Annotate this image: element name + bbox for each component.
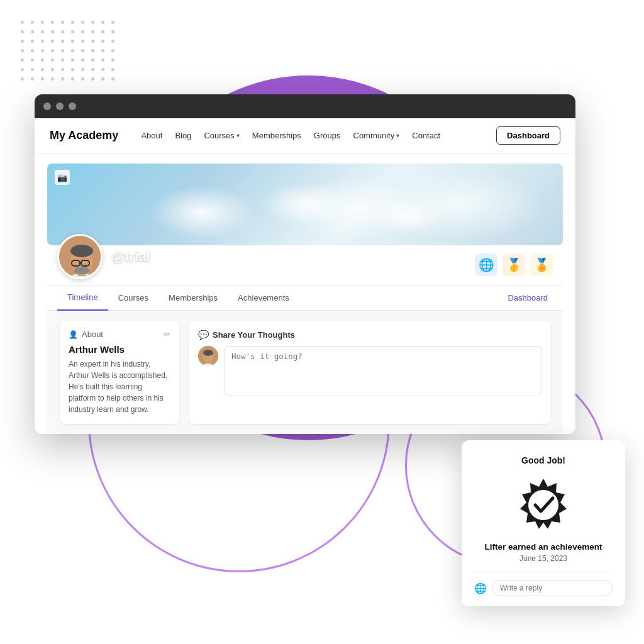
- browser-dot-3: [69, 103, 76, 110]
- nav-brand[interactable]: My Academy: [50, 129, 118, 142]
- badge-medal: 🏅: [530, 253, 553, 276]
- navbar: My Academy About Blog Courses ▾ Membersh…: [35, 118, 575, 153]
- achievement-date: June 15, 2023: [474, 554, 613, 563]
- nav-link-contact[interactable]: Contact: [407, 127, 445, 144]
- achievement-card: Good Job! Lifter earned an achievement J…: [462, 440, 625, 606]
- nav-link-blog[interactable]: Blog: [170, 127, 196, 144]
- svg-point-13: [528, 490, 558, 520]
- chevron-down-icon-2: ▾: [396, 132, 399, 139]
- about-card: 👤 About ✏ Arthur Wells An expert in his …: [60, 321, 179, 424]
- about-title-row: 👤 About: [69, 330, 103, 339]
- about-section-title: About: [82, 330, 103, 339]
- tab-achievements[interactable]: Achievements: [228, 286, 299, 311]
- browser-dot-2: [56, 103, 64, 110]
- share-header: 💬 Share Your Thoughts: [198, 330, 541, 340]
- nav-link-groups[interactable]: Groups: [309, 127, 346, 144]
- nav-links: About Blog Courses ▾ Memberships Groups …: [136, 127, 496, 144]
- about-name: Arthur Wells: [69, 344, 170, 355]
- nav-link-about[interactable]: About: [136, 127, 167, 144]
- profile-tabs: Timeline Courses Memberships Achievement…: [47, 286, 563, 311]
- browser-window: My Academy About Blog Courses ▾ Membersh…: [35, 94, 575, 434]
- banner-clouds: [47, 164, 563, 245]
- badge-globe: 🌐: [475, 253, 497, 276]
- svg-point-8: [74, 267, 89, 274]
- share-textarea[interactable]: [225, 346, 541, 396]
- profile-bottom-bar: @trial 🌐 🥇 🏅: [47, 245, 563, 286]
- nav-link-courses[interactable]: Courses ▾: [199, 127, 244, 144]
- chevron-down-icon: ▾: [236, 132, 240, 139]
- about-bio: An expert in his industry, Arthur Wells …: [69, 358, 170, 415]
- reply-input[interactable]: [492, 580, 613, 596]
- svg-point-4: [70, 245, 93, 257]
- svg-point-11: [203, 350, 213, 356]
- share-avatar: [198, 346, 218, 366]
- achievement-title: Good Job!: [474, 455, 613, 465]
- avatar: [57, 234, 103, 279]
- share-input-row: [198, 346, 541, 396]
- nav-dashboard-button[interactable]: Dashboard: [496, 126, 560, 145]
- camera-icon[interactable]: 📷: [55, 170, 70, 185]
- about-header: 👤 About ✏: [69, 330, 170, 339]
- comment-icon: 💬: [198, 330, 209, 340]
- profile-section: 📷: [47, 164, 563, 434]
- nav-link-community[interactable]: Community ▾: [348, 127, 405, 144]
- achievement-reply-row: 🌐: [474, 572, 613, 596]
- dot-pattern-top: [19, 19, 117, 82]
- tab-timeline[interactable]: Timeline: [57, 286, 108, 311]
- profile-banner: 📷: [47, 164, 563, 245]
- achievement-text: Lifter earned an achievement: [474, 542, 613, 552]
- reply-globe-icon: 🌐: [474, 582, 487, 594]
- achievement-badge-icon: [515, 475, 572, 532]
- share-title: Share Your Thoughts: [213, 330, 295, 340]
- badge-gold: 🥇: [502, 253, 525, 276]
- tab-courses[interactable]: Courses: [108, 286, 158, 311]
- profile-badges: 🌐 🥇 🏅: [475, 253, 553, 276]
- tab-memberships[interactable]: Memberships: [158, 286, 228, 311]
- browser-dot-1: [43, 103, 51, 110]
- user-icon: 👤: [69, 330, 78, 339]
- share-card: 💬 Share Your Thoughts: [189, 321, 550, 424]
- edit-icon[interactable]: ✏: [164, 330, 170, 339]
- nav-link-memberships[interactable]: Memberships: [247, 127, 306, 144]
- browser-titlebar: [35, 94, 575, 118]
- tab-dashboard[interactable]: Dashboard: [508, 293, 553, 303]
- profile-username: @trial: [111, 248, 150, 265]
- content-area: 👤 About ✏ Arthur Wells An expert in his …: [47, 311, 563, 434]
